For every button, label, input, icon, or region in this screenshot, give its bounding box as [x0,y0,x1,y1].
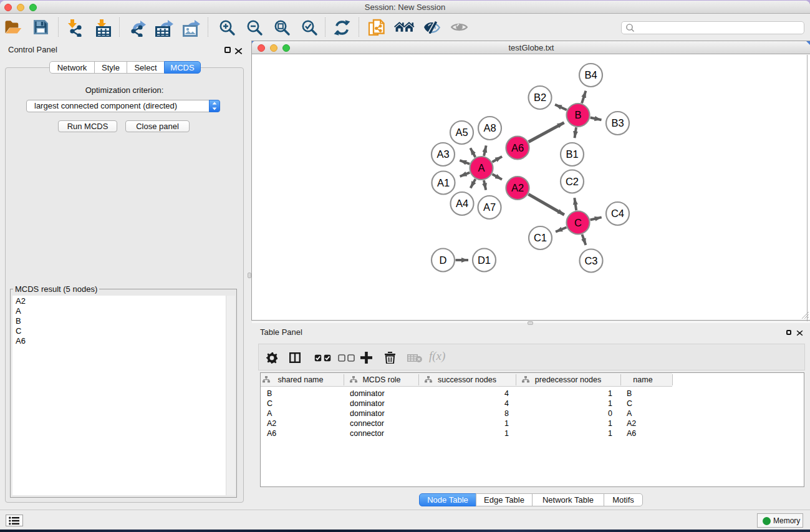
svg-text:C: C [574,217,582,228]
svg-text:A4: A4 [456,198,468,209]
svg-text:A1: A1 [437,177,450,188]
svg-text:C4: C4 [611,208,624,219]
svg-text:A5: A5 [455,127,468,138]
svg-text:A: A [478,162,485,173]
svg-text:B4: B4 [584,69,597,80]
svg-text:B3: B3 [611,117,624,128]
svg-text:C2: C2 [566,176,579,187]
svg-text:A7: A7 [483,201,496,213]
svg-text:C3: C3 [584,255,597,266]
svg-text:A6: A6 [511,142,524,153]
svg-text:A8: A8 [483,122,496,133]
svg-text:B1: B1 [566,148,578,160]
svg-text:A2: A2 [511,182,524,193]
svg-text:D: D [440,254,447,266]
svg-text:C1: C1 [534,232,547,243]
svg-text:A3: A3 [436,148,449,160]
svg-text:B: B [574,109,581,120]
svg-text:D1: D1 [478,254,491,266]
svg-text:B2: B2 [534,92,546,103]
